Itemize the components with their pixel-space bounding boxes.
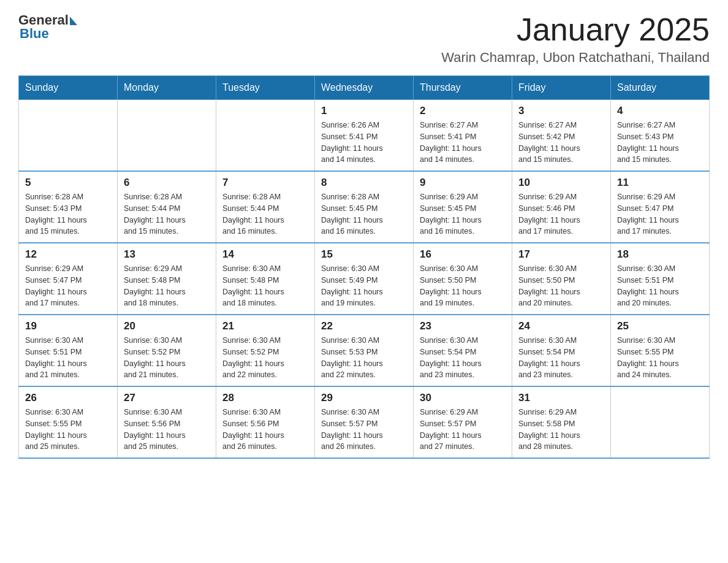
calendar-cell: 25Sunrise: 6:30 AMSunset: 5:55 PMDayligh… [611, 315, 710, 386]
day-info: Sunrise: 6:30 AMSunset: 5:48 PMDaylight:… [222, 263, 308, 309]
day-number: 17 [518, 248, 604, 261]
day-number: 6 [124, 177, 210, 189]
logo: General Blue [18, 12, 77, 42]
day-info: Sunrise: 6:28 AMSunset: 5:44 PMDaylight:… [222, 191, 308, 237]
calendar-cell: 10Sunrise: 6:29 AMSunset: 5:46 PMDayligh… [512, 171, 611, 243]
day-number: 28 [222, 392, 308, 404]
day-info: Sunrise: 6:30 AMSunset: 5:52 PMDaylight:… [222, 335, 308, 381]
day-number: 8 [321, 177, 407, 189]
day-info: Sunrise: 6:30 AMSunset: 5:51 PMDaylight:… [617, 263, 703, 309]
day-info: Sunrise: 6:28 AMSunset: 5:43 PMDaylight:… [25, 191, 111, 237]
day-number: 20 [124, 320, 210, 332]
day-info: Sunrise: 6:30 AMSunset: 5:55 PMDaylight:… [617, 335, 703, 381]
calendar-cell: 27Sunrise: 6:30 AMSunset: 5:56 PMDayligh… [118, 386, 216, 458]
calendar-cell [611, 386, 710, 458]
day-info: Sunrise: 6:30 AMSunset: 5:51 PMDaylight:… [25, 335, 111, 381]
weekday-header-saturday: Saturday [611, 76, 710, 100]
calendar-cell: 13Sunrise: 6:29 AMSunset: 5:48 PMDayligh… [118, 243, 216, 315]
calendar-cell: 23Sunrise: 6:30 AMSunset: 5:54 PMDayligh… [414, 315, 512, 386]
calendar-cell: 14Sunrise: 6:30 AMSunset: 5:48 PMDayligh… [216, 243, 315, 315]
day-info: Sunrise: 6:27 AMSunset: 5:43 PMDaylight:… [617, 120, 703, 166]
calendar-cell: 20Sunrise: 6:30 AMSunset: 5:52 PMDayligh… [118, 315, 216, 386]
day-info: Sunrise: 6:28 AMSunset: 5:44 PMDaylight:… [124, 191, 210, 237]
day-number: 1 [321, 105, 407, 117]
day-info: Sunrise: 6:26 AMSunset: 5:41 PMDaylight:… [321, 120, 407, 166]
calendar-subtitle: Warin Chamrap, Ubon Ratchathani, Thailan… [441, 50, 710, 66]
day-info: Sunrise: 6:30 AMSunset: 5:49 PMDaylight:… [321, 263, 407, 309]
weekday-header-tuesday: Tuesday [216, 76, 315, 100]
day-info: Sunrise: 6:30 AMSunset: 5:54 PMDaylight:… [420, 335, 506, 381]
calendar-cell: 6Sunrise: 6:28 AMSunset: 5:44 PMDaylight… [118, 171, 216, 243]
calendar-table: SundayMondayTuesdayWednesdayThursdayFrid… [18, 75, 710, 459]
calendar-cell: 15Sunrise: 6:30 AMSunset: 5:49 PMDayligh… [315, 243, 414, 315]
day-number: 23 [420, 320, 506, 332]
day-number: 18 [617, 248, 703, 261]
day-number: 16 [420, 248, 506, 261]
calendar-cell [118, 100, 216, 172]
weekday-header-row: SundayMondayTuesdayWednesdayThursdayFrid… [19, 76, 710, 100]
calendar-cell: 9Sunrise: 6:29 AMSunset: 5:45 PMDaylight… [414, 171, 512, 243]
day-info: Sunrise: 6:29 AMSunset: 5:45 PMDaylight:… [420, 191, 506, 237]
calendar-cell: 22Sunrise: 6:30 AMSunset: 5:53 PMDayligh… [315, 315, 414, 386]
calendar-cell: 12Sunrise: 6:29 AMSunset: 5:47 PMDayligh… [19, 243, 118, 315]
calendar-week-row: 19Sunrise: 6:30 AMSunset: 5:51 PMDayligh… [19, 315, 710, 386]
calendar-title: January 2025 [441, 12, 710, 47]
day-number: 15 [321, 248, 407, 261]
page-header: General Blue January 2025 Warin Chamrap,… [18, 12, 710, 66]
logo-triangle-icon [70, 17, 77, 25]
day-number: 31 [518, 392, 604, 404]
day-number: 30 [420, 392, 506, 404]
day-info: Sunrise: 6:27 AMSunset: 5:41 PMDaylight:… [420, 120, 506, 166]
day-info: Sunrise: 6:28 AMSunset: 5:45 PMDaylight:… [321, 191, 407, 237]
weekday-header-friday: Friday [512, 76, 611, 100]
day-info: Sunrise: 6:29 AMSunset: 5:47 PMDaylight:… [25, 263, 111, 309]
day-number: 2 [420, 105, 506, 117]
day-info: Sunrise: 6:29 AMSunset: 5:46 PMDaylight:… [518, 191, 604, 237]
calendar-week-row: 1Sunrise: 6:26 AMSunset: 5:41 PMDaylight… [19, 100, 710, 172]
calendar-cell: 24Sunrise: 6:30 AMSunset: 5:54 PMDayligh… [512, 315, 611, 386]
day-number: 14 [222, 248, 308, 261]
calendar-cell: 8Sunrise: 6:28 AMSunset: 5:45 PMDaylight… [315, 171, 414, 243]
calendar-body: 1Sunrise: 6:26 AMSunset: 5:41 PMDaylight… [19, 100, 710, 459]
day-info: Sunrise: 6:29 AMSunset: 5:48 PMDaylight:… [124, 263, 210, 309]
day-number: 21 [222, 320, 308, 332]
day-number: 27 [124, 392, 210, 404]
calendar-cell: 1Sunrise: 6:26 AMSunset: 5:41 PMDaylight… [315, 100, 414, 172]
day-number: 25 [617, 320, 703, 332]
title-section: January 2025 Warin Chamrap, Ubon Ratchat… [441, 12, 710, 66]
day-number: 7 [222, 177, 308, 189]
calendar-cell: 31Sunrise: 6:29 AMSunset: 5:58 PMDayligh… [512, 386, 611, 458]
day-number: 24 [518, 320, 604, 332]
day-info: Sunrise: 6:29 AMSunset: 5:58 PMDaylight:… [518, 407, 604, 453]
calendar-cell [216, 100, 315, 172]
calendar-cell: 18Sunrise: 6:30 AMSunset: 5:51 PMDayligh… [611, 243, 710, 315]
calendar-cell: 21Sunrise: 6:30 AMSunset: 5:52 PMDayligh… [216, 315, 315, 386]
day-number: 10 [518, 177, 604, 189]
weekday-header-thursday: Thursday [414, 76, 512, 100]
day-info: Sunrise: 6:29 AMSunset: 5:47 PMDaylight:… [617, 191, 703, 237]
calendar-cell: 26Sunrise: 6:30 AMSunset: 5:55 PMDayligh… [19, 386, 118, 458]
day-number: 4 [617, 105, 703, 117]
day-info: Sunrise: 6:30 AMSunset: 5:50 PMDaylight:… [420, 263, 506, 309]
calendar-cell: 7Sunrise: 6:28 AMSunset: 5:44 PMDaylight… [216, 171, 315, 243]
calendar-cell: 11Sunrise: 6:29 AMSunset: 5:47 PMDayligh… [611, 171, 710, 243]
day-info: Sunrise: 6:30 AMSunset: 5:53 PMDaylight:… [321, 335, 407, 381]
day-number: 29 [321, 392, 407, 404]
day-number: 12 [25, 248, 111, 261]
calendar-cell: 3Sunrise: 6:27 AMSunset: 5:42 PMDaylight… [512, 100, 611, 172]
day-number: 13 [124, 248, 210, 261]
calendar-cell: 16Sunrise: 6:30 AMSunset: 5:50 PMDayligh… [414, 243, 512, 315]
logo-text-blue: Blue [18, 26, 77, 42]
weekday-header-monday: Monday [118, 76, 216, 100]
day-number: 22 [321, 320, 407, 332]
day-info: Sunrise: 6:30 AMSunset: 5:52 PMDaylight:… [124, 335, 210, 381]
calendar-cell: 28Sunrise: 6:30 AMSunset: 5:56 PMDayligh… [216, 386, 315, 458]
day-number: 5 [25, 177, 111, 189]
day-number: 19 [25, 320, 111, 332]
day-number: 3 [518, 105, 604, 117]
day-number: 11 [617, 177, 703, 189]
day-info: Sunrise: 6:29 AMSunset: 5:57 PMDaylight:… [420, 407, 506, 453]
day-info: Sunrise: 6:30 AMSunset: 5:50 PMDaylight:… [518, 263, 604, 309]
calendar-cell: 29Sunrise: 6:30 AMSunset: 5:57 PMDayligh… [315, 386, 414, 458]
calendar-cell: 30Sunrise: 6:29 AMSunset: 5:57 PMDayligh… [414, 386, 512, 458]
